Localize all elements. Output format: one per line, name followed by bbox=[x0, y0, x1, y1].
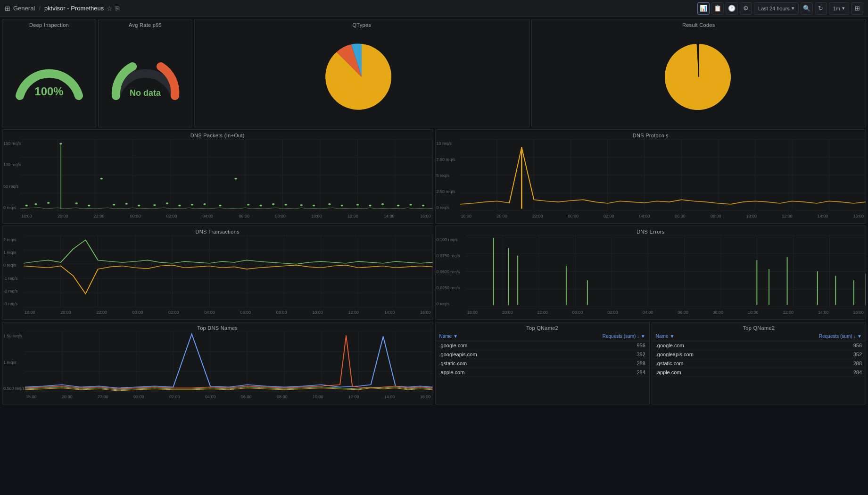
svg-point-49 bbox=[422, 205, 424, 207]
dashboard-list-button[interactable]: 📋 bbox=[711, 2, 724, 15]
filter-icon[interactable]: ▼ bbox=[453, 334, 458, 339]
dns-protocols-svg bbox=[460, 139, 866, 211]
row-requests: 352 bbox=[637, 352, 645, 357]
svg-point-46 bbox=[381, 203, 384, 205]
result-codes-title: Result Codes bbox=[532, 19, 866, 29]
col-name-label: Name bbox=[439, 334, 452, 339]
svg-point-33 bbox=[203, 203, 206, 205]
row-name: .gstatic.com bbox=[656, 361, 853, 366]
qtypes-title: QTypes bbox=[195, 19, 529, 29]
dns-errors-panel: DNS Errors 0.100 req/s 0.0750 req/s 0.05… bbox=[435, 226, 867, 320]
svg-point-42 bbox=[328, 203, 331, 205]
table-row[interactable]: .apple.com 284 bbox=[436, 368, 649, 377]
svg-point-28 bbox=[138, 205, 140, 207]
deep-inspection-gauge-container: 100% bbox=[2, 29, 96, 125]
top-qname2-right-header: Name ▼ Requests (sum) ↓ ▼ bbox=[652, 332, 866, 341]
svg-point-30 bbox=[166, 202, 168, 204]
dns-packets-title: DNS Packets (In+Out) bbox=[2, 130, 433, 139]
topbar-right: 📊 📋 🕐 ⚙ Last 24 hours ▾ 🔍 ↻ 1m ▾ ⊞ bbox=[697, 2, 863, 15]
table-row[interactable]: .gstatic.com 288 bbox=[436, 359, 649, 368]
svg-point-29 bbox=[153, 204, 156, 206]
dns-packets-x-axis: 18:0020:0022:0000:0002:0004:0006:0008:00… bbox=[21, 214, 431, 218]
dns-transactions-y-axis: 2 req/s 1 req/s 0 req/s -1 req/s -2 req/… bbox=[3, 237, 18, 306]
svg-point-37 bbox=[259, 205, 262, 207]
row-name: .googleapis.com bbox=[439, 352, 637, 357]
col-name-header-r[interactable]: Name ▼ bbox=[656, 334, 819, 339]
settings-button[interactable]: ⚙ bbox=[740, 2, 752, 15]
sort-icon[interactable]: ↓ bbox=[637, 334, 639, 339]
deep-inspection-title: Deep Inspection bbox=[2, 19, 96, 29]
col-name-label-r: Name bbox=[656, 334, 669, 339]
filter-icon2[interactable]: ▼ bbox=[641, 334, 645, 339]
table-row[interactable]: .google.com 956 bbox=[652, 341, 866, 350]
chevron-down-icon: ▾ bbox=[792, 5, 794, 11]
filter-icon2-r[interactable]: ▼ bbox=[857, 334, 862, 339]
history-button[interactable]: 🕐 bbox=[726, 2, 738, 15]
breadcrumb-general[interactable]: General bbox=[13, 5, 35, 12]
svg-point-26 bbox=[113, 204, 115, 206]
svg-point-27 bbox=[125, 203, 128, 205]
deep-inspection-panel: Deep Inspection 100% bbox=[2, 19, 96, 127]
top-qname2-right-title: Top QName2 bbox=[652, 322, 866, 332]
time-range-label: Last 24 hours bbox=[758, 6, 790, 11]
col-requests-header[interactable]: Requests (sum) ↓ ▼ bbox=[603, 334, 645, 339]
expand-button[interactable]: ⊞ bbox=[851, 2, 863, 15]
avg-rate-p95-panel: Avg Rate p95 No data bbox=[98, 19, 192, 127]
row-requests: 956 bbox=[853, 343, 862, 348]
avg-rate-gauge-container: No data bbox=[99, 29, 192, 125]
dns-protocols-chart: 10 req/s 7.50 req/s 5 req/s 2.50 req/s 0… bbox=[436, 139, 866, 219]
refresh-interval-label: 1m bbox=[833, 6, 840, 11]
top-qname2-right-rows: .google.com 956 .googleapis.com 352 .gst… bbox=[652, 341, 866, 377]
svg-point-21 bbox=[47, 202, 50, 204]
row-name: .google.com bbox=[656, 343, 853, 348]
qtypes-pie-container bbox=[195, 29, 529, 125]
table-row[interactable]: .google.com 956 bbox=[436, 341, 649, 350]
svg-point-47 bbox=[397, 205, 399, 207]
breadcrumb-sep: / bbox=[38, 5, 41, 12]
row1: Deep Inspection 100% Avg Rate p95 bbox=[2, 19, 866, 127]
row-requests: 284 bbox=[637, 369, 645, 375]
refresh-button[interactable]: ↻ bbox=[815, 2, 827, 15]
result-codes-panel: Result Codes bbox=[531, 19, 867, 127]
dns-transactions-svg bbox=[24, 235, 433, 307]
svg-point-34 bbox=[219, 205, 221, 207]
add-panel-button[interactable]: 📊 bbox=[697, 2, 710, 15]
col-requests-label-r: Requests (sum) bbox=[819, 334, 852, 339]
y-label: 50 req/s bbox=[3, 184, 21, 189]
apps-icon[interactable]: ⊞ bbox=[5, 5, 10, 12]
y-label: 100 req/s bbox=[3, 162, 21, 167]
row-name: .apple.com bbox=[656, 369, 853, 375]
row-requests: 288 bbox=[637, 361, 645, 366]
dns-transactions-title: DNS Transactions bbox=[2, 226, 433, 235]
filter-icon-r[interactable]: ▼ bbox=[670, 334, 674, 339]
col-name-header[interactable]: Name ▼ bbox=[439, 334, 603, 339]
sort-icon-r[interactable]: ↓ bbox=[854, 334, 856, 339]
top-qname2-right-panel: Top QName2 Name ▼ Requests (sum) ↓ ▼ .go… bbox=[652, 322, 866, 404]
share-icon[interactable]: ⎘ bbox=[116, 5, 119, 12]
table-row[interactable]: .googleapis.com 352 bbox=[436, 350, 649, 359]
time-range-button[interactable]: Last 24 hours ▾ bbox=[754, 2, 799, 15]
top-dns-names-chart: 1.50 req/s 1 req/s 0.500 req/s bbox=[2, 332, 433, 400]
avg-rate-value: No data bbox=[109, 88, 182, 98]
zoom-out-button[interactable]: 🔍 bbox=[801, 2, 813, 15]
dns-packets-panel: DNS Packets (In+Out) 150 req/s 100 req/s… bbox=[2, 129, 433, 224]
col-requests-header-r[interactable]: Requests (sum) ↓ ▼ bbox=[819, 334, 862, 339]
table-row[interactable]: .googleapis.com 352 bbox=[652, 350, 866, 359]
dns-errors-x-axis: 18:0020:0022:0000:0002:0004:0006:0008:00… bbox=[467, 310, 864, 315]
star-icon[interactable]: ☆ bbox=[107, 5, 113, 12]
svg-point-48 bbox=[409, 204, 412, 206]
table-row[interactable]: .gstatic.com 288 bbox=[652, 359, 866, 368]
svg-point-25 bbox=[100, 178, 103, 180]
qtypes-panel: QTypes bbox=[194, 19, 529, 127]
table-row[interactable]: .apple.com 284 bbox=[652, 368, 866, 377]
row2: DNS Packets (In+Out) 150 req/s 100 req/s… bbox=[2, 129, 866, 224]
dns-packets-chart: 150 req/s 100 req/s 50 req/s 0 req/s bbox=[2, 139, 433, 219]
top-dns-names-x-axis: 18:0020:0022:0000:0002:0004:0006:0008:00… bbox=[26, 394, 431, 399]
svg-point-38 bbox=[272, 203, 274, 205]
row-requests: 956 bbox=[637, 343, 645, 348]
dns-errors-svg bbox=[466, 235, 866, 307]
top-qname2-left-rows: .google.com 956 .googleapis.com 352 .gst… bbox=[436, 341, 649, 377]
svg-point-41 bbox=[313, 205, 315, 207]
refresh-interval-button[interactable]: 1m ▾ bbox=[829, 2, 849, 15]
row-name: .googleapis.com bbox=[656, 352, 853, 357]
